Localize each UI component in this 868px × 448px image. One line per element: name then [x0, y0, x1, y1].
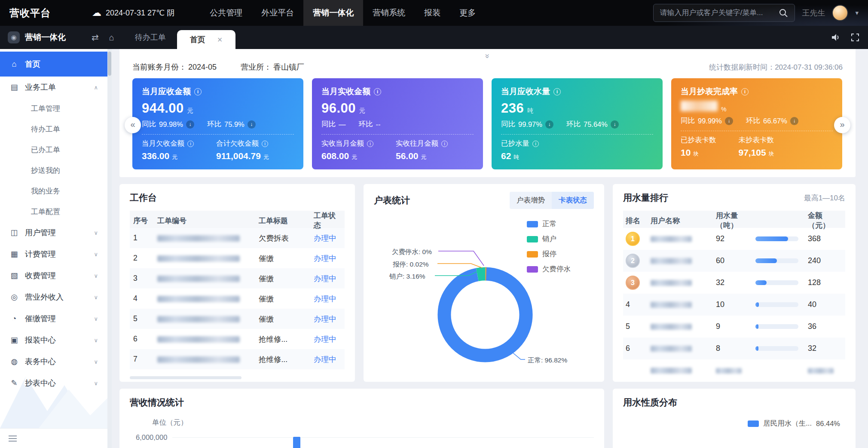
info-icon[interactable]: [367, 141, 373, 147]
sidebar-item-todo-workorders[interactable]: 待办工单: [0, 119, 107, 139]
search-icon[interactable]: [778, 8, 789, 18]
info-icon[interactable]: [441, 141, 448, 147]
sidebar-item-cc-to-me[interactable]: 抄送我的: [0, 160, 107, 181]
table-row[interactable]: 2 催缴 办理中: [130, 248, 345, 268]
sidebar-item-payment-mgmt[interactable]: ▧ 收费管理 ∨: [0, 265, 107, 286]
sidebar-item-home[interactable]: ⌂ 首页: [0, 52, 107, 77]
speaker-icon[interactable]: [830, 32, 840, 43]
info-icon[interactable]: [374, 88, 381, 95]
nav-item-marketing-integrated[interactable]: 营销一体化: [303, 0, 363, 26]
usage-bar: [755, 258, 798, 263]
info-icon[interactable]: [741, 88, 749, 95]
status-link[interactable]: 办理中: [314, 253, 341, 264]
table-row[interactable]: 7 抢维修... 办理中: [130, 349, 345, 369]
table-hscrollbar-thumb[interactable]: [130, 376, 241, 379]
collection-icon: ◔: [9, 314, 19, 323]
sidebar-item-meter-reading-center[interactable]: ✎ 抄表中心 ∨: [0, 372, 107, 394]
redacted-order-id: [157, 356, 240, 363]
nav-item-marketing-system[interactable]: 营销系统: [363, 0, 415, 26]
redacted-user-name: [651, 346, 692, 352]
fullscreen-icon[interactable]: [850, 32, 860, 43]
close-icon[interactable]: ×: [217, 35, 223, 45]
sidebar-item-work-orders[interactable]: ▤ 业务工单 ∧: [0, 77, 107, 98]
table-row[interactable]: 5 9 36: [623, 316, 845, 338]
sidebar-item-done-workorders[interactable]: 已办工单: [0, 139, 107, 160]
tab-todo-workorders[interactable]: 待办工单: [124, 26, 177, 49]
carousel-next-button[interactable]: »: [834, 117, 850, 133]
status-link[interactable]: 办理中: [314, 273, 341, 284]
vertical-scrollbar[interactable]: [107, 49, 112, 448]
nav-item-more[interactable]: 更多: [450, 0, 485, 26]
nav-item-public-mgmt[interactable]: 公共管理: [200, 0, 252, 26]
global-search[interactable]: [653, 4, 795, 22]
sidebar-item-user-mgmt[interactable]: ◫ 用户管理 ∨: [0, 222, 107, 243]
month-value: 2024-05: [188, 63, 217, 72]
table-row[interactable]: 6 8 32: [623, 338, 845, 359]
table-row[interactable]: 2 60 240: [623, 250, 845, 272]
table-header: 排名 用户名称 用水量（吨） 金额（元）: [623, 211, 845, 228]
sidebar-item-install-center[interactable]: ▣ 报装中心 ∨: [0, 329, 107, 351]
scrollbar-thumb[interactable]: [108, 52, 111, 76]
sidebar-item-workorder-config[interactable]: 工单配置: [0, 201, 107, 222]
billing-icon: ▦: [9, 249, 19, 259]
collapse-chevron-icon[interactable]: »: [132, 51, 843, 60]
status-link[interactable]: 办理中: [314, 314, 341, 324]
callout-closed: 销户: 3.16%: [389, 272, 425, 281]
table-row[interactable]: 1 欠费拆表 办理中: [130, 228, 345, 248]
tab-home[interactable]: 首页 ×: [177, 30, 235, 49]
panel-title: 用水量排行: [623, 192, 668, 204]
table-row-partial[interactable]: [623, 359, 845, 381]
status-link[interactable]: 办理中: [314, 233, 341, 243]
info-icon[interactable]: [532, 141, 539, 147]
chevron-down-icon[interactable]: ▾: [855, 9, 859, 17]
info-icon[interactable]: [553, 88, 561, 95]
status-link[interactable]: 办理中: [314, 354, 341, 365]
card-unit: 吨: [527, 107, 533, 115]
redacted-user-name: [651, 368, 692, 374]
legend-item-suspended[interactable]: 报停: [527, 249, 571, 259]
sidebar-item-billing-mgmt[interactable]: ▦ 计费管理 ∨: [0, 243, 107, 265]
status-link[interactable]: 办理中: [314, 294, 341, 304]
nav-item-field-platform[interactable]: 外业平台: [252, 0, 303, 26]
sidebar-item-label: 收费管理: [25, 270, 56, 281]
table-row[interactable]: 6 抢维修... 办理中: [130, 329, 345, 349]
status-link[interactable]: 办理中: [314, 334, 341, 344]
tab-card-meter-status[interactable]: 卡表状态: [552, 192, 594, 209]
sidebar-item-collection-mgmt[interactable]: ◔ 催缴管理 ∨: [0, 308, 107, 329]
carousel-prev-button[interactable]: «: [125, 117, 141, 133]
legend-item-closed[interactable]: 销户: [527, 234, 571, 244]
search-input[interactable]: [660, 9, 778, 17]
panel-title: 户表统计: [374, 194, 410, 206]
table-row[interactable]: 3 催缴 办理中: [130, 268, 345, 288]
table-row[interactable]: 4 催缴 办理中: [130, 288, 345, 309]
legend-item-normal[interactable]: 正常: [527, 219, 571, 229]
legend-swatch: [748, 420, 759, 427]
redacted-user-name: [651, 324, 692, 330]
home-icon[interactable]: ⌂: [104, 33, 119, 43]
bronze-medal-icon: 3: [626, 276, 640, 290]
sidebar-item-my-business[interactable]: 我的业务: [0, 181, 107, 201]
sidebar-item-meter-center[interactable]: ◍ 表务中心 ∨: [0, 351, 107, 372]
trend-down-icon: ↓: [611, 120, 619, 129]
table-row[interactable]: 5 催缴 办理中: [130, 309, 345, 329]
tab-meter-growth[interactable]: 户表增势: [510, 192, 552, 209]
info-icon[interactable]: [187, 141, 194, 147]
table-row[interactable]: 1 92 368: [623, 228, 845, 250]
sidebar-item-non-operating-income[interactable]: ◎ 营业外收入 ∨: [0, 286, 107, 308]
tab-label: 待办工单: [135, 32, 166, 43]
menu-list-icon[interactable]: [9, 436, 17, 442]
nav-item-install[interactable]: 报装: [415, 0, 450, 26]
silver-medal-icon: 2: [626, 254, 640, 268]
legend-item-residential[interactable]: 居民用水（生... 86.44%: [748, 419, 840, 428]
sidebar-item-workorder-mgmt[interactable]: 工单管理: [0, 98, 107, 119]
table-header: 序号 工单编号 工单标题 工单状态: [130, 211, 345, 228]
info-icon[interactable]: [194, 88, 202, 95]
water-nature-panel: 用水性质分布 居民用水（生... 86.44%: [613, 389, 856, 448]
table-row[interactable]: 4 10 40: [623, 294, 845, 316]
info-icon[interactable]: [262, 141, 268, 147]
avatar[interactable]: [832, 5, 848, 21]
tab-label: 首页: [190, 34, 205, 45]
card-unit: 元: [187, 107, 193, 115]
swap-tabs-icon[interactable]: ⇄: [86, 32, 104, 43]
table-row[interactable]: 3 32 128: [623, 272, 845, 294]
